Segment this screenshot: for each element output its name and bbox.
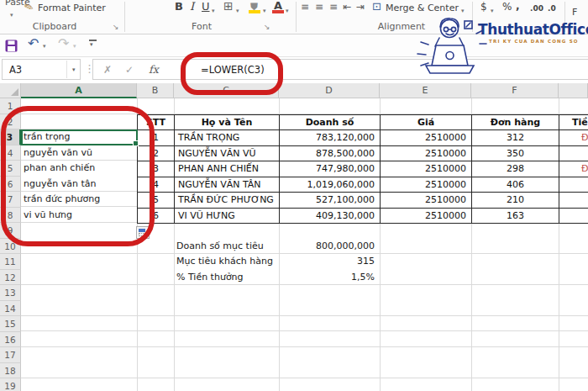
customize-toolbar-arrow-icon[interactable]: ▾ — [90, 41, 93, 48]
cell-B7[interactable]: 5 — [138, 193, 175, 209]
currency-format-button[interactable]: $ — [480, 1, 487, 13]
merge-center-button[interactable]: Merge & Center — [386, 3, 459, 14]
cell-F3[interactable]: 312 — [472, 130, 559, 146]
table-header[interactable]: STT — [138, 115, 175, 131]
cell-D4[interactable]: 878,500,000 — [280, 146, 381, 162]
name-box[interactable]: A3 ▾ — [2, 59, 81, 80]
row-header-17[interactable]: 17 — [0, 347, 21, 363]
table-header[interactable]: Đơn hàng — [472, 115, 559, 131]
column-header-G[interactable] — [559, 83, 588, 98]
row-header-5[interactable]: 5 — [0, 161, 21, 177]
cell-D6[interactable]: 1,019,060,000 — [280, 177, 381, 193]
redo-dropdown-icon[interactable]: ▾ — [73, 43, 76, 50]
column-header-B[interactable]: B — [137, 83, 174, 98]
fill-handle[interactable] — [133, 140, 139, 146]
cell-G7[interactable] — [559, 193, 588, 209]
row-header-9[interactable]: 9 — [0, 223, 21, 239]
cell-G3-clipped[interactable]: Đ — [559, 130, 588, 146]
cell-B8[interactable]: 6 — [138, 209, 175, 225]
cell-E3[interactable]: 2510000 — [381, 130, 472, 146]
row-header-8[interactable]: 8 — [0, 208, 21, 224]
insert-function-icon[interactable]: fx — [149, 63, 159, 76]
cell-B6[interactable]: 4 — [138, 177, 175, 193]
cell-C6[interactable]: NGUYỄN VĂN TÂN — [175, 177, 280, 193]
cell-G5-clipped[interactable]: Đ — [559, 161, 588, 177]
cell-C5[interactable]: PHAN ANH CHIẾN — [175, 161, 280, 177]
cell-F5[interactable]: 298 — [472, 161, 559, 177]
increase-indent-icon[interactable]: ⇥ — [356, 1, 365, 13]
decrease-indent-icon[interactable]: ⇤ — [343, 1, 351, 13]
row-header-14[interactable]: 14 — [0, 301, 21, 317]
cell-C10-label[interactable]: Doanh số mục tiêu — [176, 239, 277, 255]
row-header-13[interactable]: 13 — [0, 285, 21, 301]
row-header-16[interactable]: 16 — [0, 332, 21, 348]
cell-F8[interactable]: 163 — [472, 209, 559, 225]
bold-button[interactable]: B — [175, 1, 183, 13]
clipboard-dialog-launcher-icon[interactable]: ↘ — [113, 23, 119, 31]
cell-E5[interactable]: 2510000 — [381, 161, 472, 177]
borders-dropdown-icon[interactable]: ▾ — [236, 5, 239, 17]
cell-C4[interactable]: NGUYỄN VĂN VŨ — [175, 146, 280, 162]
row-header-2[interactable]: 2 — [0, 114, 21, 130]
enter-icon[interactable]: ✓ — [125, 64, 134, 76]
cell-C3[interactable]: TRẦN TRỌNG — [175, 130, 280, 146]
italic-button[interactable]: I — [190, 1, 194, 13]
cell-B3[interactable]: 1 — [138, 130, 175, 146]
align-left-icon[interactable]: ≡ — [301, 1, 309, 13]
cell-G8[interactable] — [559, 209, 588, 225]
cell-F4[interactable]: 350 — [472, 146, 559, 162]
cell-C11-label[interactable]: Mục tiêu khách hàng — [176, 254, 277, 270]
row-header-15[interactable]: 15 — [0, 316, 21, 332]
cell-D5[interactable]: 747,980,000 — [280, 161, 381, 177]
align-right-icon[interactable]: ≡ — [329, 1, 338, 13]
format-painter-button[interactable]: Format Painter — [38, 3, 106, 14]
cell-A8[interactable]: vi vũ hưng — [24, 208, 135, 224]
formula-bar[interactable]: ✗ ✓ fx =LOWER(C3) — [92, 59, 588, 80]
cell-F7[interactable]: 210 — [472, 193, 559, 209]
row-header-7[interactable]: 7 — [0, 192, 21, 208]
cell-D3[interactable]: 783,120,000 — [280, 130, 381, 146]
cell-F6[interactable]: 406 — [472, 177, 559, 193]
cell-E4[interactable]: 2510000 — [381, 146, 472, 162]
percent-format-button[interactable]: % — [502, 1, 512, 13]
undo-dropdown-icon[interactable]: ▾ — [43, 43, 46, 50]
cell-C8[interactable]: VI VŨ HƯNG — [175, 209, 280, 225]
cell-A5[interactable]: phan anh chiến — [24, 161, 135, 177]
cell-D10-value[interactable]: 800,000,000 — [279, 239, 380, 255]
formula-input[interactable]: =LOWER(C3) — [201, 64, 265, 76]
align-center-icon[interactable]: ≡ — [315, 1, 323, 13]
column-header-F[interactable]: F — [471, 83, 559, 98]
table-header-clipped[interactable]: Tiền thưởng — [559, 115, 588, 131]
table-header[interactable]: Doanh số — [280, 115, 381, 131]
save-icon[interactable] — [5, 40, 18, 52]
font-color-dropdown-icon[interactable]: ▾ — [286, 5, 289, 17]
redo-icon[interactable]: ↷ — [58, 35, 69, 51]
row-header-1[interactable]: 1 — [0, 98, 21, 114]
row-header-4[interactable]: 4 — [0, 145, 21, 161]
cell-A7[interactable]: trần đức phương — [24, 192, 135, 208]
decrease-decimal-button[interactable]: .0 — [548, 3, 556, 14]
row-header-19[interactable]: 19 — [0, 378, 21, 391]
name-box-dropdown-icon[interactable]: ▾ — [72, 66, 76, 73]
cell-B4[interactable]: 2 — [138, 146, 175, 162]
cell-A4[interactable]: nguyễn văn vũ — [24, 145, 135, 161]
column-header-E[interactable]: E — [380, 83, 471, 98]
cell-C12-label[interactable]: % Tiền thưởng — [176, 270, 277, 286]
paste-dropdown-icon[interactable]: ▾ — [10, 9, 13, 21]
cell-G4[interactable] — [559, 146, 588, 162]
row-header-18[interactable]: 18 — [0, 363, 21, 379]
cell-D7[interactable]: 527,100,000 — [280, 193, 381, 209]
merge-center-icon[interactable]: ⊡ — [372, 1, 381, 13]
table-header[interactable]: Họ và Tên — [175, 115, 280, 131]
column-header-A[interactable]: A — [21, 83, 137, 98]
cell-E6[interactable]: 2510000 — [381, 177, 472, 193]
column-header-D[interactable]: D — [279, 83, 380, 98]
row-header-6[interactable]: 6 — [0, 177, 21, 193]
comma-format-button[interactable]: , — [516, 0, 520, 12]
cell-E7[interactable]: 2510000 — [381, 193, 472, 209]
underline-button[interactable]: U — [202, 1, 210, 13]
selected-cell-outline[interactable] — [21, 129, 138, 146]
column-header-C[interactable]: C — [174, 83, 279, 98]
underline-dropdown-icon[interactable]: ▾ — [212, 5, 215, 17]
select-all-corner[interactable] — [0, 83, 21, 98]
